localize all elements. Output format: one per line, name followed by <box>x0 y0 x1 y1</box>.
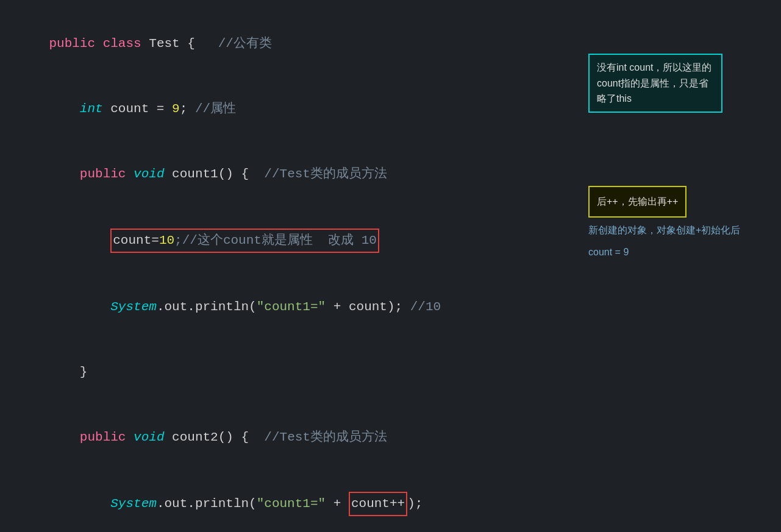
code-line-8: System.out.println("count1=" + count++); <box>18 470 763 532</box>
code-editor: public class Test { //公有类 int count = 9;… <box>0 0 781 532</box>
note-span: 新创建的对象，对象创建+初始化后count = 9 <box>588 225 740 257</box>
annotation-yellow-text: 后++，先输出再++ <box>597 196 678 207</box>
annotation-box-yellow: 后++，先输出再++ <box>588 186 686 218</box>
code-line-7: public void count2() { //Test类的成员方法 <box>18 405 763 470</box>
code-line-6: } <box>18 339 763 405</box>
annotation-cyan-text: 没有int count，所以这里的count指的是属性，只是省略了this <box>597 62 711 104</box>
annotation-box-cyan: 没有int count，所以这里的count指的是属性，只是省略了this <box>588 54 722 113</box>
highlight-count10: count=10;//这个count就是属性 改成 10 <box>110 229 379 253</box>
highlight-countpp: count++ <box>349 492 407 516</box>
code-line-5: System.out.println("count1=" + count); /… <box>18 274 763 339</box>
annotation-note-text: 新创建的对象，对象创建+初始化后count = 9 <box>588 219 741 263</box>
